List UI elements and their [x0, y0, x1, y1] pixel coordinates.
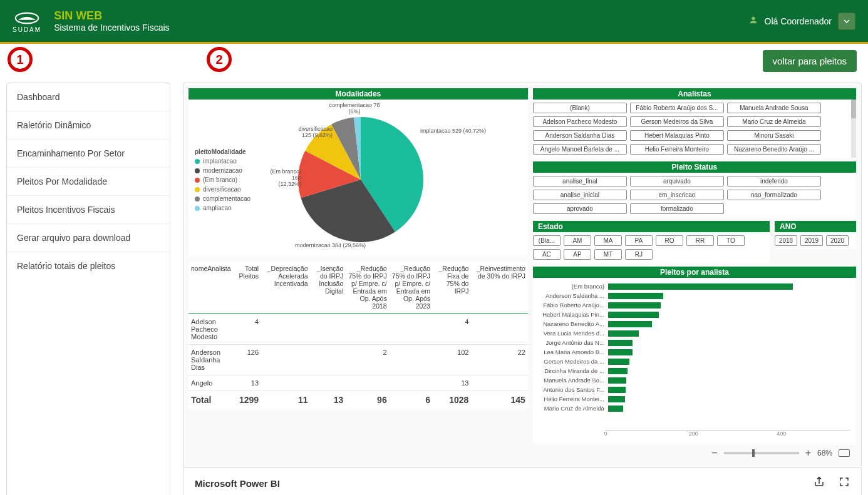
share-icon[interactable]: [814, 476, 825, 490]
filter-pill[interactable]: Helio Ferreira Monteiro: [630, 144, 724, 155]
bar-fill: [608, 293, 663, 299]
bar-row[interactable]: Fábio Roberto Araújo...: [539, 300, 850, 310]
filter-pill[interactable]: Fábio Roberto Araújo dos S...: [630, 103, 724, 113]
filter-pill[interactable]: Minoru Sasaki: [727, 130, 821, 141]
filter-pill[interactable]: 2020: [826, 235, 849, 246]
sidebar-item-6[interactable]: Relatório totais de pleitos: [7, 252, 170, 280]
filter-pill[interactable]: Adelson Pacheco Modesto: [533, 116, 627, 127]
bar-chart[interactable]: (Em branco)Anderson Saldanha ...Fábio Ro…: [533, 278, 856, 444]
table-cell: [471, 375, 528, 391]
tick-400: 400: [777, 431, 786, 437]
leaf-icon: [14, 9, 40, 28]
back-button[interactable]: voltar para pleitos: [763, 50, 857, 72]
bar-row[interactable]: Antonio dos Santos F...: [539, 385, 850, 394]
bar-row[interactable]: Lea Maria Amoedo B...: [539, 347, 850, 357]
bar-row[interactable]: Jorge Antônio das N...: [539, 338, 850, 347]
analistas-scrollbar[interactable]: [851, 100, 856, 158]
filter-pill[interactable]: 2019: [800, 235, 823, 246]
barchart-header: Pleitos por analista: [533, 267, 856, 278]
analyst-table[interactable]: nomeAnalistaTotal Pleitos_Depreciação Ac…: [189, 261, 528, 409]
bar-row[interactable]: Vera Lucia Mendes d...: [539, 329, 850, 338]
bar-row[interactable]: Anderson Saldanha ...: [539, 291, 850, 300]
annotation-1: 1: [8, 47, 33, 72]
filter-pill[interactable]: Anderson Saldanha Dias: [533, 130, 627, 141]
filter-pill[interactable]: (Bla...: [533, 235, 561, 246]
table-header[interactable]: _Depreciação Acelerada Incentivada: [261, 261, 310, 314]
bar-label: Gerson Medeiros da ...: [539, 358, 608, 365]
filter-pill[interactable]: PA: [625, 235, 653, 246]
filter-pill[interactable]: Hebert Malaquias Pinto: [630, 130, 724, 141]
zoom-slider[interactable]: [724, 452, 799, 454]
bar-row[interactable]: Gerson Medeiros da ...: [539, 357, 850, 366]
filter-pill[interactable]: RO: [656, 235, 683, 246]
status-filters: analise_finalarquivadoindeferidoanalise_…: [533, 173, 856, 217]
bar-label: Mario Cruz de Almeida: [539, 405, 608, 412]
fit-to-page-icon[interactable]: [839, 449, 850, 457]
filter-pill[interactable]: Nazareno Benedito Araújo ...: [727, 144, 821, 155]
sidebar-item-0[interactable]: Dashboard: [7, 83, 170, 111]
table-total-cell: 11: [261, 391, 310, 409]
filter-pill[interactable]: Angelo Manoel Barleta de ...: [533, 144, 627, 155]
filter-pill[interactable]: em_inscricao: [630, 190, 724, 200]
filter-pill[interactable]: nao_formalizado: [727, 190, 821, 200]
table-header[interactable]: Total Pleitos: [235, 261, 261, 314]
filter-pill[interactable]: AC: [533, 249, 561, 260]
table-cell: 4: [433, 314, 471, 345]
sidebar-item-2[interactable]: Encaminhamento Por Setor: [7, 140, 170, 168]
sidebar-item-1[interactable]: Raletório Dinâmico: [7, 111, 170, 140]
filter-pill[interactable]: MA: [594, 235, 622, 246]
table-header[interactable]: _Redução Fixa de 75% do IRPJ: [433, 261, 471, 314]
filter-pill[interactable]: Mario Cruz de Almeida: [727, 116, 821, 127]
zoom-in[interactable]: +: [805, 447, 811, 459]
pie-chart[interactable]: pleitoModalidade implantacaomodernizacao…: [189, 100, 528, 256]
filter-pill[interactable]: (Blank): [533, 103, 627, 113]
bar-row[interactable]: Nazareno Benedito A...: [539, 319, 850, 329]
table-header[interactable]: _Redução 75% do IRPJ p/ Empre. c/ Entrad…: [390, 261, 433, 314]
filter-pill[interactable]: RR: [686, 235, 714, 246]
filter-pill[interactable]: analise_final: [533, 176, 627, 186]
bar-fill: [608, 302, 661, 309]
table-header[interactable]: nomeAnalista: [189, 261, 235, 314]
bar-fill: [608, 406, 624, 412]
sidebar-item-5[interactable]: Gerar arquivo para download: [7, 224, 170, 252]
bar-row[interactable]: (Em branco): [539, 282, 850, 291]
legend-label: ampliacao: [203, 205, 232, 212]
tick-200: 200: [689, 431, 698, 437]
bar-row[interactable]: Manuela Andrade So...: [539, 375, 850, 385]
filter-pill[interactable]: TO: [717, 235, 745, 246]
bar-row[interactable]: Helio Ferreira Montei...: [539, 394, 850, 404]
filter-pill[interactable]: RJ: [625, 249, 653, 260]
bar-fill: [608, 368, 628, 374]
filter-pill[interactable]: Gerson Medeiros da Silva: [630, 116, 724, 127]
filter-pill[interactable]: indeferido: [727, 176, 821, 186]
sidebar-item-3[interactable]: Pleitos Por Modalidade: [7, 168, 170, 196]
zoom-out[interactable]: −: [711, 447, 717, 459]
app-subtitle: Sistema de Incentivos Fiscais: [54, 23, 748, 33]
filter-pill[interactable]: MT: [594, 249, 622, 260]
filter-pill[interactable]: formalizado: [630, 203, 724, 214]
bar-row[interactable]: Mario Cruz de Almeida: [539, 404, 850, 413]
legend-dot-icon: [195, 196, 200, 202]
filter-pill[interactable]: aprovado: [533, 203, 627, 214]
table-total-cell: 1028: [433, 391, 471, 409]
svg-point-1: [752, 17, 755, 20]
bar-label: Lea Maria Amoedo B...: [539, 349, 608, 355]
table-cell: [261, 314, 310, 345]
bar-row[interactable]: Dircinha Miranda de ...: [539, 366, 850, 375]
table-cell: Anderson Saldanha Dias: [189, 345, 235, 375]
filter-pill[interactable]: AM: [564, 235, 591, 246]
table-header[interactable]: _Redução 75% do IRPJ p/ Empre. c/ Entrad…: [346, 261, 389, 314]
filter-pill[interactable]: Manuela Andrade Sousa: [727, 103, 821, 113]
fullscreen-icon[interactable]: [839, 476, 850, 490]
filter-pill[interactable]: 2018: [775, 235, 797, 246]
sidebar-item-4[interactable]: Pleitos Incentivos Fiscais: [7, 196, 170, 224]
legend-dot-icon: [195, 178, 200, 183]
filter-pill[interactable]: AP: [564, 249, 591, 260]
user-dropdown[interactable]: [838, 13, 855, 30]
filter-pill[interactable]: arquivado: [630, 176, 724, 186]
table-header[interactable]: _Isenção do IRPJ Inclusão Digital: [311, 261, 346, 314]
filter-pill[interactable]: analise_inicial: [533, 190, 627, 200]
bar-row[interactable]: Hebert Malaquias Pin...: [539, 310, 850, 319]
legend-item: complementacao: [195, 195, 251, 202]
table-header[interactable]: _Reinvestimento de 30% do IRPJ: [471, 261, 528, 314]
